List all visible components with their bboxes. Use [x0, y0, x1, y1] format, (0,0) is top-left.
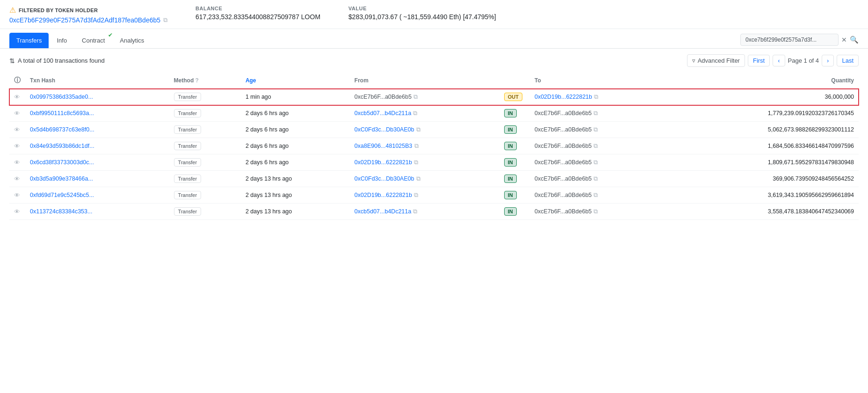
copy-to-icon[interactable]: ⧉: [593, 191, 598, 199]
from-address: 0xcE7b6F...a0Bde6b5: [354, 94, 412, 100]
adv-filter-label: Advanced Filter: [698, 57, 740, 64]
eye-cell: 👁: [9, 171, 25, 187]
next-page-button[interactable]: ›: [822, 55, 834, 66]
last-page-button[interactable]: Last: [837, 55, 859, 66]
txn-hash-link[interactable]: 0x5d4b698737c63e8f0...: [30, 126, 94, 133]
column-info-icon[interactable]: ⓘ: [14, 76, 21, 84]
from-cell: 0xC0Fd3c...Db30AE0b ⧉: [350, 122, 497, 138]
from-cell: 0x02D19b...6222821b ⧉: [350, 187, 497, 204]
txn-hash-link[interactable]: 0x6cd38f33733003d0c...: [30, 159, 94, 166]
eye-icon[interactable]: 👁: [14, 126, 20, 133]
direction-badge: IN: [504, 125, 517, 134]
copy-to-icon[interactable]: ⧉: [593, 159, 598, 166]
from-address-link[interactable]: 0xC0Fd3c...Db30AE0b: [354, 175, 414, 182]
to-cell: 0xcE7b6F...a0Bde6b5 ⧉: [530, 105, 672, 122]
txn-hash-link[interactable]: 0xbf9950111c8c5693a...: [30, 110, 94, 116]
copy-from-icon[interactable]: ⧉: [414, 142, 419, 150]
table-row: 👁 0xfd69d71e9c5245bc5... Transfer 2 days…: [9, 187, 859, 204]
eye-icon[interactable]: 👁: [14, 143, 20, 150]
tab-analytics[interactable]: Analytics: [113, 33, 151, 48]
eye-icon[interactable]: 👁: [14, 94, 20, 101]
eye-icon[interactable]: 👁: [14, 110, 20, 117]
txn-hash-link[interactable]: 0x113724c83384c353...: [30, 208, 92, 215]
direction-badge: IN: [504, 109, 517, 117]
eye-icon[interactable]: 👁: [14, 159, 20, 166]
to-address-link[interactable]: 0x02D19b...6222821b: [535, 94, 592, 100]
table-row: 👁 0xb3d5a909e378466a... Transfer 2 days …: [9, 171, 859, 187]
table-row: 👁 0x6cd38f33733003d0c... Transfer 2 days…: [9, 154, 859, 171]
from-address-link[interactable]: 0xcb5d07...b4Dc211a: [354, 208, 412, 215]
direction-badge: IN: [504, 158, 517, 167]
copy-from-icon[interactable]: ⧉: [414, 191, 418, 199]
tab-contract[interactable]: Contract ✔: [75, 33, 112, 48]
copy-to-icon[interactable]: ⧉: [594, 93, 598, 101]
table-row: 👁 0x113724c83384c353... Transfer 2 days …: [9, 204, 859, 220]
method-help-icon[interactable]: ?: [195, 77, 199, 84]
method-badge: Transfer: [174, 207, 202, 216]
token-holder-address[interactable]: 0xcE7b6F299e0F2575A7d3fAd2Adf187fea0Bde6…: [9, 16, 160, 24]
from-address-link[interactable]: 0xcb5d07...b4Dc211a: [354, 110, 412, 116]
method-cell: Transfer: [169, 154, 241, 171]
age-cell: 2 days 6 hrs ago: [241, 138, 350, 154]
quantity-cell: 1,684,506.833466148470997596: [672, 138, 859, 154]
toolbar: ⇅ A total of 100 transactions found ▿ Ad…: [9, 54, 859, 67]
txn-hash-cell: 0xb3d5a909e378466a...: [25, 171, 169, 187]
table-row: 👁 0xbf9950111c8c5693a... Transfer 2 days…: [9, 105, 859, 122]
copy-to-icon[interactable]: ⧉: [593, 109, 598, 117]
to-address: 0xcE7b6F...a0Bde6b5: [535, 159, 592, 166]
from-cell: 0xcb5d07...b4Dc211a ⧉: [350, 204, 497, 220]
copy-from-icon[interactable]: ⧉: [416, 126, 420, 133]
clear-search-button[interactable]: ✕: [841, 36, 847, 44]
direction-badge: IN: [504, 175, 517, 183]
from-address-link[interactable]: 0x02D19b...6222821b: [354, 159, 412, 166]
tab-info[interactable]: Info: [50, 33, 74, 48]
tab-transfers[interactable]: Transfers: [9, 33, 49, 48]
age-cell: 2 days 13 hrs ago: [241, 204, 350, 220]
eye-cell: 👁: [9, 122, 25, 138]
method-cell: Transfer: [169, 89, 241, 105]
method-badge: Transfer: [174, 175, 202, 183]
eye-icon[interactable]: 👁: [14, 208, 20, 215]
copy-to-icon[interactable]: ⧉: [593, 142, 598, 150]
copy-from-icon[interactable]: ⧉: [416, 175, 420, 182]
method-badge: Transfer: [174, 125, 202, 134]
page-info: Page 1 of 4: [788, 57, 819, 64]
age-cell: 2 days 6 hrs ago: [241, 105, 350, 122]
copy-from-icon[interactable]: ⧉: [414, 159, 418, 166]
from-address-link[interactable]: 0x02D19b...6222821b: [354, 192, 412, 198]
quantity-cell: 369,906.739509248456564252: [672, 171, 859, 187]
copy-from-icon[interactable]: ⧉: [413, 208, 417, 215]
copy-to-icon[interactable]: ⧉: [593, 208, 598, 215]
txn-hash-link[interactable]: 0xb3d5a909e378466a...: [30, 175, 93, 182]
copy-from-icon[interactable]: ⧉: [413, 93, 418, 101]
first-page-button[interactable]: First: [748, 55, 770, 66]
filter-icon: ▿: [692, 57, 695, 64]
address-search-input[interactable]: [740, 34, 839, 46]
advanced-filter-button[interactable]: ▿ Advanced Filter: [687, 54, 745, 67]
copy-to-icon[interactable]: ⧉: [593, 126, 598, 133]
from-address-link[interactable]: 0xa8E906...481025B3: [354, 143, 412, 149]
copy-to-icon[interactable]: ⧉: [593, 175, 598, 182]
token-holder-section: ⚠ FILTERED BY TOKEN HOLDER 0xcE7b6F299e0…: [9, 6, 167, 24]
txn-hash-link[interactable]: 0x09975386d335ade0...: [30, 94, 93, 100]
copy-from-icon[interactable]: ⧉: [413, 109, 417, 117]
tabs-bar: Transfers Info Contract ✔ Analytics ✕ 🔍: [0, 29, 868, 49]
pagination-area: ▿ Advanced Filter First ‹ Page 1 of 4 › …: [687, 54, 859, 67]
direction-badge: IN: [504, 207, 517, 216]
from-cell: 0xcb5d07...b4Dc211a ⧉: [350, 105, 497, 122]
eye-icon[interactable]: 👁: [14, 175, 20, 182]
txn-hash-link[interactable]: 0xfd69d71e9c5245bc5...: [30, 192, 94, 198]
search-icon-button[interactable]: 🔍: [850, 36, 859, 44]
col-quantity: Quantity: [672, 73, 859, 89]
from-address-link[interactable]: 0xC0Fd3c...Db30AE0b: [354, 126, 414, 133]
eye-icon[interactable]: 👁: [14, 192, 20, 199]
direction-badge: IN: [504, 142, 517, 150]
to-address: 0xcE7b6F...a0Bde6b5: [535, 143, 592, 149]
copy-address-icon[interactable]: ⧉: [163, 16, 167, 24]
txn-hash-link[interactable]: 0x84e93d593b86dc1df...: [30, 143, 94, 149]
direction-cell: IN: [497, 138, 530, 154]
balance-value: 617,233,532.833544008827509787 LOOM: [195, 13, 320, 21]
tx-count: ⇅ A total of 100 transactions found: [9, 57, 105, 65]
to-address: 0xcE7b6F...a0Bde6b5: [535, 192, 592, 198]
prev-page-button[interactable]: ‹: [773, 55, 785, 66]
